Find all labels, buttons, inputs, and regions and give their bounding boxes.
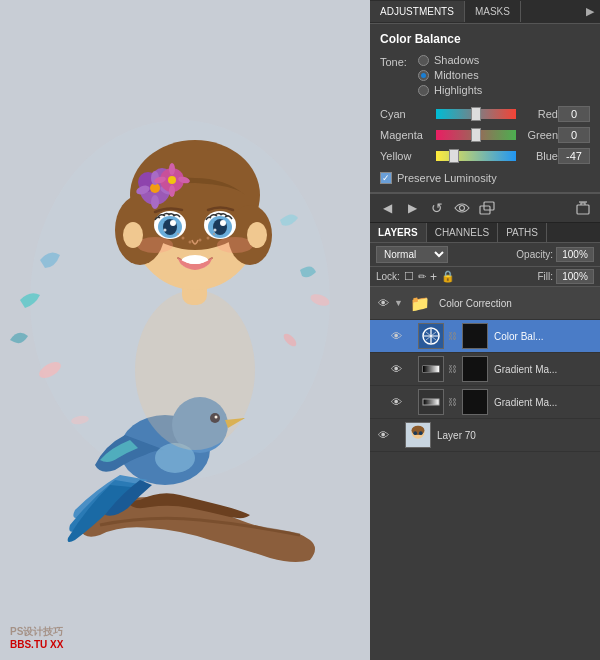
svg-point-40 [214,229,217,232]
group-expand-arrow[interactable]: ▼ [394,298,404,308]
svg-point-52 [247,222,267,248]
opacity-input[interactable] [556,247,594,262]
midtones-radio[interactable] [418,70,429,81]
tab-layers[interactable]: LAYERS [370,223,427,242]
svg-rect-56 [577,205,589,214]
svg-rect-60 [423,399,439,405]
magenta-green-thumb[interactable] [471,128,481,142]
tone-radio-group: Shadows Midtones Highlights [418,54,482,96]
tab-paths[interactable]: PATHS [498,223,547,242]
layers-tabs: LAYERS CHANNELS PATHS [370,223,600,243]
magenta-green-row: Magenta Green [380,127,590,143]
fill-label: Fill: [537,271,553,282]
yellow-blue-track[interactable] [436,151,516,161]
fill-input[interactable] [556,269,594,284]
cyan-label: Cyan [380,108,432,120]
eye-icon-grad1[interactable]: 👁 [388,361,404,377]
svg-point-24 [151,195,159,209]
layers-list[interactable]: 👁 ▼ 📁 Color Correction 👁 ⛓ [370,287,600,660]
tab-adjustments[interactable]: ADJUSTMENTS [370,1,465,22]
layer-group-color-correction[interactable]: 👁 ▼ 📁 Color Correction [370,287,600,320]
yellow-label: Yellow [380,150,432,162]
svg-point-30 [168,176,176,184]
folder-icon: 📁 [407,290,433,316]
eye-icon-colorbal[interactable]: 👁 [388,328,404,344]
svg-point-48 [184,256,206,264]
lock-fill-row: Lock: ☐ ✏ + 🔒 Fill: [370,267,600,287]
yellow-blue-thumb[interactable] [449,149,459,163]
cyan-red-value[interactable] [558,106,590,122]
tone-shadows[interactable]: Shadows [418,54,482,66]
chain-icon-grad2: ⛓ [448,397,457,407]
artwork [0,20,370,620]
tone-section: Tone: Shadows Midtones Highlights [380,54,590,96]
eye-icon-group[interactable]: 👁 [375,295,391,311]
magenta-green-value[interactable] [558,127,590,143]
layer-gradient-map-1[interactable]: 👁 ⛓ Gradi [370,353,600,386]
layer-color-balance[interactable]: 👁 ⛓ Color Bal... [370,320,600,353]
adjustment-icons-bar: ◀ ▶ ↺ [370,193,600,223]
layers-panel: LAYERS CHANNELS PATHS Normal Opacity: Lo… [370,223,600,660]
svg-point-53 [460,206,465,211]
svg-point-28 [169,163,175,175]
green-label: Green [520,129,558,141]
midtones-label: Midtones [434,69,479,81]
svg-point-65 [419,431,423,435]
layer-gradient-map-2[interactable]: 👁 ⛓ Gradient Ma... [370,386,600,419]
group-name: Color Correction [439,298,595,309]
highlights-radio[interactable] [418,85,429,96]
right-panel: ADJUSTMENTS MASKS ▶ Color Balance Tone: … [370,0,600,660]
gradmap2-adj-icon [418,389,444,415]
opacity-label: Opacity: [516,249,553,260]
panel-menu-arrow[interactable]: ▶ [580,0,600,23]
blend-mode-select[interactable]: Normal [376,246,448,263]
opacity-row: Opacity: [516,247,594,262]
next-adjustment-button[interactable]: ▶ [401,198,423,218]
svg-point-34 [170,220,176,226]
gradmap1-layer-name: Gradient Ma... [494,364,595,375]
lock-pixels-button[interactable]: ✏ [418,271,426,282]
lock-checkbox[interactable]: ☐ [404,270,414,283]
magenta-label: Magenta [380,129,432,141]
preserve-luminosity-checkbox[interactable]: ✓ [380,172,392,184]
canvas-area: PS设计技巧 BBS.TU XX [0,0,370,660]
lock-position-button[interactable]: + [430,270,437,284]
cyan-red-track[interactable] [436,109,516,119]
layer-70[interactable]: 👁 Layer 70 [370,419,600,452]
highlights-label: Highlights [434,84,482,96]
shadows-radio[interactable] [418,55,429,66]
tab-masks[interactable]: MASKS [465,1,521,22]
color-balance-panel: Color Balance Tone: Shadows Midtones Hig… [370,24,600,193]
clip-adjustment-button[interactable] [476,198,498,218]
cyan-red-thumb[interactable] [471,107,481,121]
svg-rect-59 [423,366,439,372]
colorbal-adj-icon [418,323,444,349]
tone-midtones[interactable]: Midtones [418,69,482,81]
eye-icon-layer70[interactable]: 👁 [375,427,391,443]
tone-highlights[interactable]: Highlights [418,84,482,96]
blue-label: Blue [520,150,558,162]
panel-tabs: ADJUSTMENTS MASKS ▶ [370,0,600,24]
chain-icon-grad1: ⛓ [448,364,457,374]
svg-point-39 [220,220,226,226]
magenta-green-track[interactable] [436,130,516,140]
lock-all-button[interactable]: 🔒 [441,270,455,283]
layer70-thumb [405,422,431,448]
gradmap2-layer-name: Gradient Ma... [494,397,595,408]
tone-label: Tone: [380,54,418,68]
delete-adjustment-button[interactable] [572,198,594,218]
svg-point-43 [199,239,202,242]
reset-adjustment-button[interactable]: ↺ [426,198,448,218]
colorbal-mask-thumb [462,323,488,349]
layer70-name: Layer 70 [437,430,595,441]
yellow-blue-row: Yellow Blue [380,148,590,164]
tab-channels[interactable]: CHANNELS [427,223,498,242]
colorbal-layer-name: Color Bal... [494,331,595,342]
layers-blend-row: Normal Opacity: [370,243,600,267]
visibility-icon[interactable] [451,198,473,218]
yellow-blue-value[interactable] [558,148,590,164]
prev-adjustment-button[interactable]: ◀ [376,198,398,218]
eye-icon-grad2[interactable]: 👁 [388,394,404,410]
svg-point-45 [177,233,179,235]
svg-point-41 [182,237,185,240]
